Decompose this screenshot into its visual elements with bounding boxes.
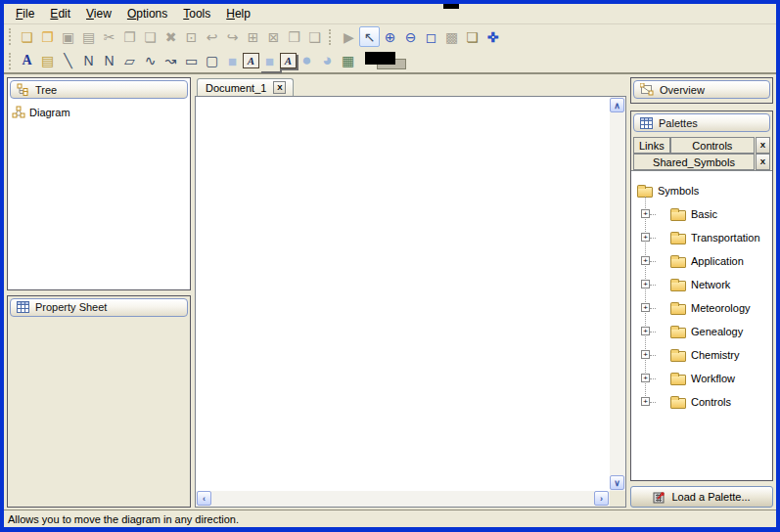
ellipse-tool-icon[interactable]: ● [297,51,317,71]
load-palette-icon [653,491,665,504]
shadow-label-tool-icon[interactable]: A [280,53,297,68]
horizontal-scrollbar[interactable]: ‹ › [196,491,610,507]
expand-icon[interactable] [641,233,650,242]
delete-icon[interactable]: ✖ [161,26,181,47]
arc-tool-icon[interactable]: ◕ [317,51,338,71]
paste-icon[interactable]: ❏ [140,26,161,47]
scroll-left-icon[interactable]: ‹ [197,491,211,506]
expand-icon[interactable] [641,374,650,382]
new-document-icon[interactable]: ❏ [17,26,37,47]
palette-folder-item[interactable]: Meteorology [637,296,770,320]
expand-icon[interactable] [641,209,650,218]
menu-tools[interactable]: Tools [175,5,218,22]
redaction-mark [443,4,459,9]
filled-rectangle-tool-icon[interactable]: ■ [222,51,243,71]
open-folder-icon[interactable]: ❐ [37,26,58,47]
menu-file[interactable]: File [8,5,42,22]
scroll-right-icon[interactable]: › [594,491,609,506]
palette-folder-item[interactable]: Chemistry [637,343,770,367]
pan-tool-icon[interactable]: ✜ [482,26,503,47]
redo-icon[interactable]: ↪ [222,26,243,47]
tab-controls[interactable]: Controls [670,137,755,154]
copy-icon[interactable]: ❐ [119,26,140,47]
palette-root-label: Symbols [658,185,699,197]
expand-icon[interactable] [641,256,650,265]
toolbar-grip[interactable] [9,28,14,45]
property-sheet-panel: Property Sheet [7,295,191,509]
menu-view[interactable]: View [78,5,119,22]
zoom-in-icon[interactable]: ⊕ [380,26,400,47]
save-icon[interactable]: ▣ [58,26,78,47]
overview-window-icon[interactable]: ❏ [462,26,482,47]
expand-icon[interactable] [641,280,650,288]
menu-help[interactable]: Help [218,5,258,22]
palette-folder-item[interactable]: Controls [637,390,770,414]
palette-folder-item[interactable]: Network [637,273,770,296]
shrink-selection-icon[interactable]: ⊞ [243,26,263,47]
toolbar-grip[interactable] [9,53,14,69]
toolbar-separator [329,29,335,45]
close-document-icon[interactable]: X [273,81,286,94]
label-tool-icon[interactable]: A [243,53,259,68]
overview-panel-header[interactable]: Overview [633,80,770,99]
close-tab-icon[interactable]: X [756,137,770,154]
folder-icon [670,375,686,385]
folder-icon [670,328,686,338]
rectangle-tool-icon[interactable]: ▭ [181,51,202,71]
scroll-up-icon[interactable]: ∧ [610,98,624,112]
zoom-out-icon[interactable]: ⊖ [400,26,421,47]
line-tool-icon[interactable]: ╲ [58,51,78,71]
send-to-back-icon[interactable]: ❑ [304,26,325,47]
cut-icon[interactable]: ✂ [99,26,119,47]
tree-item-diagram[interactable]: Diagram [10,105,188,120]
select-tool-icon[interactable]: ↖ [359,26,380,47]
polygon-tool-icon[interactable]: ▱ [119,51,140,71]
palette-folder-item[interactable]: Workflow [637,367,770,390]
menu-edit[interactable]: Edit [42,5,78,22]
undo-icon[interactable]: ↩ [202,26,222,47]
center-column: Document_1 X ∧ ∨ ‹ › [195,77,626,508]
diagram-canvas[interactable] [196,97,610,491]
expand-icon[interactable] [641,327,650,335]
tab-document-1[interactable]: Document_1 X [197,78,294,96]
tree-icon [17,83,29,96]
fill-color-swatch[interactable] [365,52,395,65]
image-tool-icon[interactable]: ▦ [338,51,358,71]
tree-panel-header[interactable]: Tree [10,80,188,99]
overview-title: Overview [660,84,705,96]
palette-tab-row-active: Shared_Symbols X [633,154,770,170]
note-tool-icon[interactable]: ▤ [37,51,58,71]
vertical-scrollbar[interactable]: ∧ ∨ [610,97,625,491]
load-palette-button[interactable]: Load a Palette... [630,486,773,508]
tab-shared-symbols[interactable]: Shared_Symbols [633,154,755,170]
close-tab-icon[interactable]: X [756,154,770,170]
palette-folder-item[interactable]: Genealogy [637,320,770,343]
menu-options[interactable]: Options [119,5,175,22]
palettes-panel-header[interactable]: Palettes [633,113,770,132]
duplicate-icon[interactable]: ⊡ [181,26,202,47]
text-tool-icon[interactable]: A [17,51,37,71]
palette-folder-item[interactable]: Transportation [637,226,770,249]
shadow-rectangle-tool-icon[interactable]: ■ [259,51,280,71]
palette-folder-item[interactable]: Basic [637,202,770,226]
zoom-fit-icon[interactable]: ◻ [421,26,441,47]
rounded-rectangle-tool-icon[interactable]: ▢ [202,51,222,71]
run-icon[interactable]: ▶ [339,26,359,47]
property-sheet-header[interactable]: Property Sheet [10,298,188,317]
palette-root-symbols[interactable]: Symbols [635,179,770,202]
polyline-tool-icon[interactable]: N [78,51,99,71]
expand-selection-icon[interactable]: ⊠ [263,26,284,47]
expand-icon[interactable] [641,303,650,312]
tab-links[interactable]: Links [633,137,670,154]
bring-to-front-icon[interactable]: ❒ [284,26,304,47]
polyline-arrow-tool-icon[interactable]: N [99,51,119,71]
scroll-down-icon[interactable]: ∨ [610,475,624,490]
palette-tab-row-top: Links Controls X [633,137,770,154]
print-icon[interactable]: ▤ [78,26,99,47]
expand-icon[interactable] [641,397,650,406]
spline-tool-icon[interactable]: ∿ [140,51,161,71]
palette-folder-item[interactable]: Application [637,249,770,273]
zoom-percent-icon[interactable]: ▩ [441,26,462,47]
spline-arrow-tool-icon[interactable]: ↝ [161,51,181,71]
expand-icon[interactable] [641,350,650,359]
